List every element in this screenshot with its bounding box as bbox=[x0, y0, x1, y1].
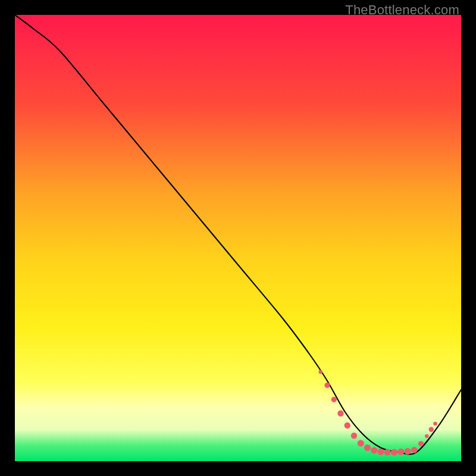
valley-marker-dot bbox=[324, 383, 330, 388]
valley-marker-dot bbox=[351, 433, 357, 439]
chart-frame: TheBottleneck.com bbox=[0, 0, 476, 476]
valley-marker-dot bbox=[331, 397, 337, 402]
valley-marker-dot bbox=[384, 449, 391, 455]
valley-marker-dot bbox=[433, 422, 437, 425]
plot-area bbox=[15, 15, 461, 461]
valley-marker-dot bbox=[391, 449, 397, 455]
valley-marker-dot bbox=[377, 449, 384, 455]
valley-marker-dot bbox=[425, 434, 428, 438]
gradient-background bbox=[15, 15, 461, 461]
valley-marker-dot bbox=[337, 411, 343, 416]
valley-marker-dot bbox=[371, 447, 377, 453]
valley-marker-dot bbox=[404, 448, 411, 455]
valley-marker-dot bbox=[418, 441, 424, 446]
valley-marker-dot bbox=[319, 370, 322, 374]
valley-marker-dot bbox=[358, 440, 364, 446]
valley-marker-dot bbox=[429, 427, 434, 432]
valley-marker-dot bbox=[397, 449, 404, 455]
valley-marker-dot bbox=[364, 444, 371, 451]
valley-marker-dot bbox=[345, 422, 350, 428]
bottleneck-chart bbox=[15, 15, 461, 461]
valley-marker-dot bbox=[411, 447, 417, 453]
